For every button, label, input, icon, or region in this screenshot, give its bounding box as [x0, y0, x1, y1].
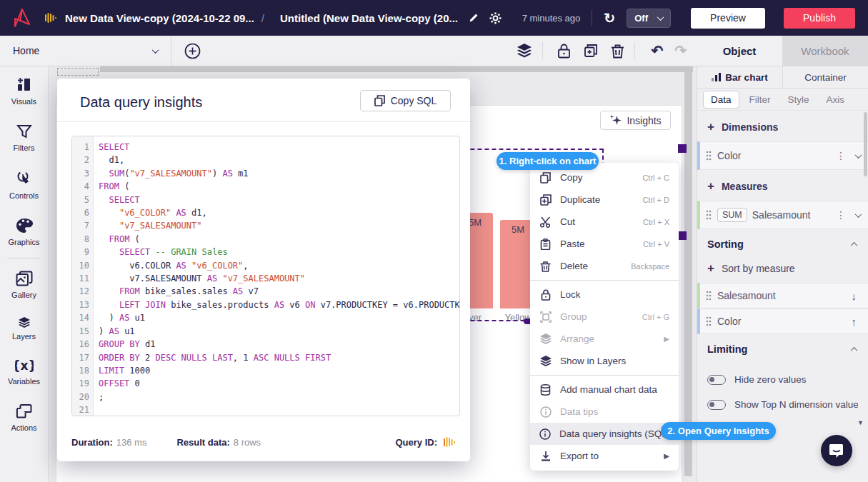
toggle-off-icon[interactable] [707, 375, 726, 385]
sort-row-salesamount[interactable]: Salesamount↓ [697, 283, 868, 308]
menu-item-add-manual-chart-data[interactable]: Add manual chart data [530, 378, 679, 401]
query-id-label: Query ID: [395, 437, 437, 448]
tab-object[interactable]: Object [697, 36, 782, 66]
bar-chart-icon [712, 73, 721, 81]
publish-button[interactable]: Publish [784, 8, 855, 29]
lock-toolbar-icon[interactable] [557, 44, 571, 59]
line-number: 9 [72, 246, 93, 258]
selection-handle-top-right[interactable] [678, 144, 687, 153]
delete-toolbar-icon[interactable] [611, 44, 624, 59]
menu-item-export-to[interactable]: Export to▶ [530, 445, 679, 467]
query-id-bars-icon [443, 436, 456, 448]
menu-item-paste[interactable]: PasteCtrl + V [530, 233, 679, 255]
horizontal-scrollbar[interactable] [100, 66, 693, 72]
vertical-scrollbar[interactable] [684, 72, 692, 476]
aggregation-chip[interactable]: SUM [717, 208, 747, 222]
page-selector-dropdown[interactable]: Home [0, 36, 171, 66]
subtab-bar-chart[interactable]: Bar chart [697, 66, 782, 88]
group-icon [539, 311, 552, 323]
settings-gear-icon[interactable] [489, 12, 502, 24]
menu-item-data-query-insights-sql[interactable]: Data query insights (SQL) [530, 423, 679, 445]
menu-item-cut[interactable]: CutCtrl + X [530, 211, 679, 233]
sidebar-item-filters[interactable]: Filters [0, 114, 48, 161]
filters-icon [16, 124, 32, 139]
line-number: 20 [72, 391, 93, 403]
sidebar-item-layers[interactable]: Layers [0, 308, 48, 349]
menu-shortcut: Backspace [631, 262, 669, 271]
svg-text:{x}: {x} [15, 358, 34, 373]
measure-field-salesamount[interactable]: SUM Salesamount ⋮ [697, 201, 868, 229]
settings-tab-data[interactable]: Data [703, 91, 739, 109]
panel-scroll-down-icon[interactable]: ▼ [857, 419, 864, 426]
sort-row-color[interactable]: Color↑ [697, 308, 868, 334]
menu-shortcut: Ctrl + D [642, 196, 669, 204]
trash-icon [539, 261, 552, 272]
drag-handle-icon[interactable] [706, 316, 712, 326]
sidebar-item-visuals[interactable]: Visuals [0, 66, 48, 114]
menu-item-group[interactable]: GroupCtrl + G [530, 306, 679, 328]
copy-sql-button[interactable]: Copy SQL [360, 90, 451, 111]
sort-direction-down-icon[interactable]: ↓ [852, 290, 857, 302]
limiting-section-header[interactable]: Limiting [697, 334, 868, 363]
duplicate-icon [539, 194, 552, 206]
toggle-off-icon[interactable] [707, 400, 726, 410]
undo-button[interactable]: ↶ [651, 42, 663, 59]
line-number: 8 [72, 233, 93, 246]
selection-handle-right[interactable] [678, 231, 687, 240]
menu-item-arrange[interactable]: Arrange▶ [530, 328, 679, 350]
add-dimension-button[interactable]: + Dimensions [697, 111, 868, 141]
menu-item-show-in-layers[interactable]: Show in Layers [530, 350, 679, 372]
menu-item-delete[interactable]: DeleteBackspace [530, 255, 679, 277]
tab-workbook[interactable]: Workbook [782, 36, 868, 66]
database-icon [539, 384, 552, 396]
edit-pencil-icon[interactable] [468, 12, 479, 24]
menu-shortcut: Ctrl + X [643, 218, 669, 226]
chevron-down-icon[interactable] [855, 151, 862, 159]
sorting-section-header[interactable]: Sorting [697, 229, 868, 258]
chevron-down-icon[interactable] [855, 211, 862, 218]
redo-button[interactable]: ↷ [674, 42, 687, 59]
menu-item-data-tips[interactable]: Data tips [530, 401, 679, 423]
duplicate-toolbar-icon[interactable] [584, 44, 598, 58]
help-chat-button[interactable] [821, 435, 852, 466]
preview-button[interactable]: Preview [691, 8, 765, 29]
menu-item-duplicate[interactable]: DuplicateCtrl + D [530, 189, 679, 211]
settings-tab-axis[interactable]: Axis [819, 91, 852, 108]
dimension-field-color[interactable]: Color ⋮ [697, 141, 868, 170]
autosave-dropdown[interactable]: Off [627, 9, 671, 28]
show-top-n-toggle-row[interactable]: Show Top N dimension values [697, 392, 868, 417]
hide-zero-values-toggle-row[interactable]: Hide zero values [697, 367, 868, 392]
info-icon [539, 406, 552, 418]
panel-scrollbar[interactable] [864, 112, 867, 176]
last-saved-label: 7 minutes ago [522, 13, 581, 24]
chevron-up-icon [851, 346, 858, 353]
chevron-down-icon [152, 46, 159, 54]
drag-handle-icon[interactable] [706, 210, 712, 220]
layers-toolbar-icon[interactable] [517, 44, 532, 58]
subtab-container[interactable]: Container [782, 66, 868, 88]
sidebar-item-actions[interactable]: Actions [0, 394, 48, 441]
sidebar-item-variables[interactable]: {x}Variables [0, 349, 48, 394]
insights-button[interactable]: Insights [600, 111, 671, 130]
add-item-button[interactable] [184, 43, 201, 59]
drag-handle-icon[interactable] [706, 291, 712, 301]
export-icon [539, 451, 552, 462]
sidebar-item-graphics[interactable]: Graphics [0, 209, 48, 255]
sql-line: FROM bike_sales.sales AS v7 [99, 285, 459, 298]
refresh-icon[interactable]: ↻ [604, 10, 615, 26]
menu-item-lock[interactable]: Lock [530, 283, 679, 306]
sort-by-measure-button[interactable]: + Sort by measure [697, 258, 868, 283]
drag-handle-icon[interactable] [706, 151, 712, 161]
sidebar-item-controls[interactable]: Controls [0, 161, 48, 209]
breadcrumb-dataset[interactable]: New Data View-copy (2024-10-22 09... [65, 12, 254, 24]
settings-tab-style[interactable]: Style [781, 91, 817, 108]
breadcrumb-view-title[interactable]: Untitled (New Data View-copy (20... [280, 12, 458, 24]
insights-label: Insights [627, 115, 661, 126]
kebab-menu-icon[interactable]: ⋮ [836, 150, 846, 161]
add-measure-button[interactable]: + Measures [697, 170, 868, 201]
sql-line: ) AS u1 [99, 311, 459, 324]
sidebar-item-gallery[interactable]: Gallery [0, 261, 48, 308]
settings-tab-filter[interactable]: Filter [742, 91, 778, 108]
kebab-menu-icon[interactable]: ⋮ [836, 209, 846, 221]
sort-direction-up-icon[interactable]: ↑ [852, 316, 857, 328]
